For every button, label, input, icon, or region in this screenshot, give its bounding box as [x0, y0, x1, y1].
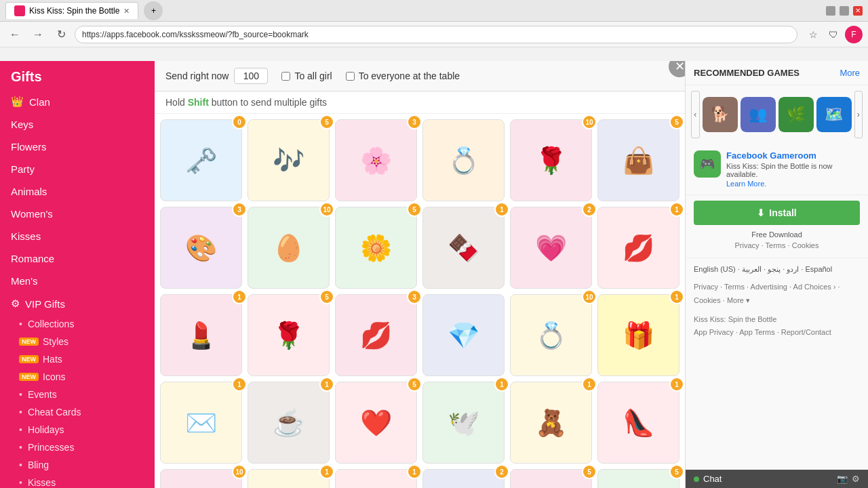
- sidebar-item-mens[interactable]: Men's: [0, 270, 155, 292]
- sidebar-sub-events[interactable]: • Events: [0, 386, 155, 403]
- app-privacy-link[interactable]: App Privacy: [694, 328, 734, 336]
- gift-item-12[interactable]: 💋1: [597, 207, 679, 289]
- sidebar-sub-hats[interactable]: NEW Hats: [0, 350, 155, 368]
- new-tab-button[interactable]: +: [144, 1, 163, 20]
- sidebar-sub-collections[interactable]: • Collections: [0, 315, 155, 333]
- bookmark-icon[interactable]: ☆: [804, 26, 822, 43]
- sidebar-item-romance-label: Romance: [11, 253, 54, 264]
- gift-item-29[interactable]: 🌷5: [510, 469, 592, 488]
- gift-item-2[interactable]: 🎶5: [248, 119, 330, 201]
- gift-item-30[interactable]: 💐5: [597, 469, 679, 488]
- sidebar-sub-styles[interactable]: NEW Styles: [0, 333, 155, 350]
- gift-item-11[interactable]: 💗2: [510, 207, 592, 289]
- gift-badge-3: 3: [407, 115, 422, 129]
- chat-settings-icon[interactable]: ⚙: [852, 474, 860, 484]
- app-terms-link[interactable]: App Terms: [739, 328, 774, 336]
- more-button[interactable]: More: [840, 68, 860, 78]
- gift-item-20[interactable]: ☕1: [248, 382, 330, 464]
- more-footer-link[interactable]: More ▾: [727, 296, 750, 304]
- gift-item-26[interactable]: 🍯1: [248, 469, 330, 488]
- video-call-icon[interactable]: 📷: [837, 474, 848, 484]
- avatar-icon[interactable]: F: [845, 26, 863, 43]
- sidebar-sub-kisses2[interactable]: • Kisses: [0, 474, 155, 488]
- install-button[interactable]: ⬇ Install: [694, 201, 860, 225]
- forward-button[interactable]: →: [28, 25, 47, 44]
- gift-item-21[interactable]: ❤️5: [335, 382, 417, 464]
- back-button[interactable]: ←: [5, 25, 24, 44]
- extensions-icon[interactable]: 🛡: [825, 26, 842, 43]
- gift-item-17[interactable]: 💍10: [510, 294, 592, 376]
- gift-item-25[interactable]: 🌸10: [160, 469, 242, 488]
- gift-item-3[interactable]: 🌸3: [335, 119, 417, 201]
- learn-more-link[interactable]: Learn More.: [726, 180, 860, 188]
- sidebar-item-animals[interactable]: Animals: [0, 180, 155, 203]
- gift-item-8[interactable]: 🥚10: [248, 207, 330, 289]
- close-button[interactable]: ✕: [853, 6, 863, 16]
- fb-gameroom-promo: 🎮 Facebook Gameroom Kiss Kiss: Spin the …: [686, 144, 868, 195]
- gift-item-13[interactable]: 💄1: [160, 294, 242, 376]
- sidebar-sub-events-label: Events: [28, 389, 57, 400]
- sidebar-sub-bling[interactable]: • Bling: [0, 456, 155, 474]
- bullet-holidays: •: [19, 424, 22, 435]
- bullet-icon: •: [19, 319, 22, 329]
- privacy-link[interactable]: Privacy: [735, 241, 760, 249]
- sidebar-sub-holidays[interactable]: • Holidays: [0, 421, 155, 439]
- gift-item-9[interactable]: 🌼5: [335, 207, 417, 289]
- sidebar-item-romance[interactable]: Romance: [0, 247, 155, 270]
- gift-item-15[interactable]: 💋3: [335, 294, 417, 376]
- cookies-link[interactable]: Cookies: [792, 241, 819, 249]
- refresh-button[interactable]: ↻: [52, 25, 71, 44]
- ad-choices-link[interactable]: Ad Choices ›: [793, 283, 836, 291]
- gift-item-6[interactable]: 👜5: [597, 119, 679, 201]
- gift-item-18[interactable]: 🎁1: [597, 294, 679, 376]
- sidebar-item-vip-label: VIP Gifts: [25, 298, 65, 310]
- sidebar-item-vip-gifts[interactable]: ⚙ VIP Gifts: [0, 292, 155, 315]
- privacy-footer-link[interactable]: Privacy: [694, 283, 718, 291]
- report-link[interactable]: Report/Contact: [781, 328, 831, 336]
- gift-item-28[interactable]: 🦋2: [422, 469, 505, 488]
- sidebar-sub-princesses[interactable]: • Princesses: [0, 439, 155, 456]
- maximize-button[interactable]: [840, 6, 849, 16]
- to-everyone-checkbox[interactable]: [346, 72, 355, 81]
- address-bar[interactable]: [75, 26, 797, 43]
- sidebar-item-kisses-label: Kisses: [11, 230, 41, 242]
- terms-link[interactable]: Terms: [766, 241, 786, 249]
- gift-item-1[interactable]: 🗝️0: [160, 119, 242, 201]
- terms-footer-link[interactable]: Terms: [724, 283, 745, 291]
- prev-games-button[interactable]: ‹: [691, 91, 700, 138]
- minimize-button[interactable]: [826, 6, 835, 16]
- tab-close-button[interactable]: ✕: [123, 7, 130, 16]
- rec-game-4[interactable]: 🗺️: [816, 97, 852, 132]
- rec-game-1[interactable]: 🐕: [703, 97, 738, 132]
- fb-promo-title[interactable]: Facebook Gameroom: [726, 150, 860, 161]
- gift-item-4[interactable]: 💍: [422, 119, 505, 201]
- rec-game-2[interactable]: 👥: [741, 97, 776, 132]
- gift-item-27[interactable]: 🌹1: [335, 469, 417, 488]
- gift-item-14[interactable]: 🌹5: [248, 294, 330, 376]
- gift-item-5[interactable]: 🌹10: [510, 119, 592, 201]
- gift-item-16[interactable]: 💎: [422, 294, 505, 376]
- send-count[interactable]: 100: [234, 68, 268, 84]
- rec-games-list: 🐕 👥 🌿 🗺️: [703, 97, 852, 132]
- sidebar-item-party[interactable]: Party: [0, 158, 155, 180]
- gift-emoji-24: 👠: [623, 408, 654, 438]
- to-all-girl-checkbox[interactable]: [281, 72, 290, 81]
- rec-game-3[interactable]: 🌿: [778, 97, 814, 132]
- sidebar-item-keys[interactable]: Keys: [0, 113, 155, 136]
- gift-item-19[interactable]: ✉️1: [160, 382, 242, 464]
- sidebar-item-clan[interactable]: 👑 Clan: [0, 90, 155, 113]
- next-games-button[interactable]: ›: [854, 91, 863, 138]
- sidebar-item-womens[interactable]: Women's: [0, 203, 155, 225]
- gift-item-23[interactable]: 🧸1: [510, 382, 592, 464]
- sidebar-item-flowers[interactable]: Flowers: [0, 136, 155, 158]
- sidebar-sub-cheat-cards[interactable]: • Cheat Cards: [0, 403, 155, 421]
- gift-item-7[interactable]: 🎨3: [160, 207, 242, 289]
- advertising-link[interactable]: Advertising: [751, 283, 787, 291]
- sidebar-item-kisses[interactable]: Kisses: [0, 225, 155, 247]
- gift-item-22[interactable]: 🕊️1: [422, 382, 505, 464]
- sidebar-sub-icons[interactable]: NEW Icons: [0, 368, 155, 386]
- browser-tab[interactable]: Kiss Kiss: Spin the Bottle ✕: [5, 2, 138, 19]
- gift-item-10[interactable]: 🍫1: [422, 207, 505, 289]
- gift-item-24[interactable]: 👠1: [597, 382, 679, 464]
- cookies-footer-link[interactable]: Cookies: [694, 296, 721, 304]
